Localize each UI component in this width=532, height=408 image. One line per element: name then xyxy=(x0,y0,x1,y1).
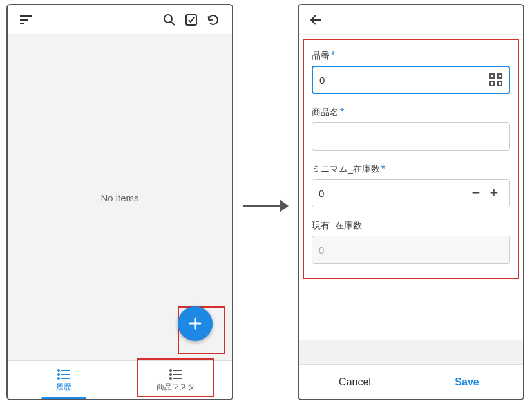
svg-rect-11 xyxy=(61,374,70,375)
footer-spacer xyxy=(299,340,523,364)
active-tab-indicator xyxy=(41,397,86,399)
list-icon xyxy=(169,367,182,382)
tab-label: 商品マスタ xyxy=(157,382,195,393)
save-button[interactable]: Save xyxy=(411,365,523,399)
decrement-button[interactable]: − xyxy=(467,184,485,202)
current-stock-input: 0 xyxy=(312,236,510,264)
back-button[interactable] xyxy=(305,9,327,31)
svg-point-12 xyxy=(57,377,60,380)
field-label-code: 品番* xyxy=(312,50,510,62)
action-bar: Cancel Save xyxy=(299,364,523,399)
svg-rect-23 xyxy=(490,82,494,86)
bottom-tabs: 履歴 商品マスタ xyxy=(8,360,232,399)
svg-point-8 xyxy=(57,369,60,372)
increment-button[interactable]: + xyxy=(485,184,503,202)
search-icon[interactable] xyxy=(158,9,180,31)
required-star: * xyxy=(381,163,385,174)
top-bar xyxy=(299,5,523,35)
list-body: No items xyxy=(8,35,232,360)
add-button[interactable] xyxy=(178,306,213,341)
tab-history[interactable]: 履歴 xyxy=(8,361,120,399)
cancel-button[interactable]: Cancel xyxy=(299,365,411,399)
scan-icon[interactable] xyxy=(489,73,502,86)
svg-point-10 xyxy=(57,373,60,376)
sort-icon[interactable] xyxy=(15,9,37,31)
svg-point-18 xyxy=(169,377,172,380)
svg-point-16 xyxy=(169,373,172,376)
tab-label: 履歴 xyxy=(56,382,71,393)
flow-arrow xyxy=(243,199,289,212)
tab-product-master[interactable]: 商品マスタ xyxy=(120,361,232,399)
svg-rect-17 xyxy=(173,374,182,375)
svg-rect-13 xyxy=(61,378,70,379)
field-label-min: ミニマム_在庫数* xyxy=(312,163,510,175)
select-icon[interactable] xyxy=(180,9,202,31)
svg-rect-15 xyxy=(173,370,182,371)
min-stock-input[interactable]: 0 − + xyxy=(312,179,510,207)
svg-rect-24 xyxy=(498,82,502,86)
svg-line-4 xyxy=(171,22,175,25)
svg-rect-0 xyxy=(20,15,32,17)
name-input[interactable] xyxy=(312,122,510,151)
list-icon xyxy=(57,367,70,382)
list-screen: No items 履歴 商品マスタ xyxy=(6,4,233,400)
svg-rect-1 xyxy=(20,19,28,21)
required-star: * xyxy=(340,107,344,118)
svg-rect-21 xyxy=(490,74,494,78)
fab-highlight xyxy=(178,306,225,354)
svg-point-14 xyxy=(169,369,172,372)
form-screen: 品番* 0 商品名* ミニマム_在庫数* 0 − + xyxy=(298,4,524,400)
required-star: * xyxy=(331,50,335,61)
field-label-name: 商品名* xyxy=(312,107,510,118)
svg-rect-22 xyxy=(498,74,502,78)
refresh-icon[interactable] xyxy=(202,9,224,31)
form-highlight: 品番* 0 商品名* ミニマム_在庫数* 0 − + xyxy=(303,39,519,279)
svg-rect-9 xyxy=(61,370,70,371)
top-bar xyxy=(8,5,232,35)
svg-rect-2 xyxy=(20,23,24,24)
form-body: 品番* 0 商品名* ミニマム_在庫数* 0 − + xyxy=(299,35,523,327)
empty-state-text: No items xyxy=(100,192,138,203)
field-label-stock: 現有_在庫数 xyxy=(312,220,510,232)
svg-rect-19 xyxy=(173,378,182,379)
code-input[interactable]: 0 xyxy=(312,66,510,94)
svg-point-3 xyxy=(164,15,172,23)
